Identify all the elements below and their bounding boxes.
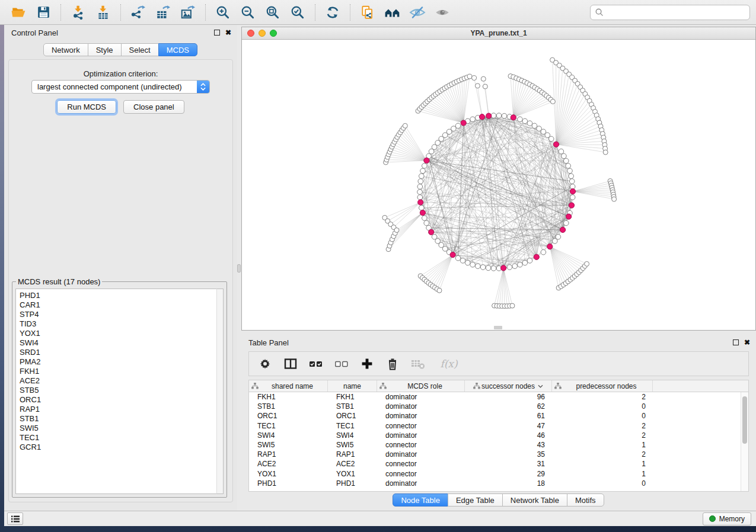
ring-node[interactable] bbox=[562, 153, 567, 159]
leaf-node[interactable] bbox=[467, 74, 472, 79]
ring-node[interactable] bbox=[569, 174, 574, 179]
leaf-node[interactable] bbox=[481, 76, 486, 81]
ring-node[interactable] bbox=[460, 258, 465, 264]
ring-node[interactable] bbox=[512, 264, 518, 269]
mcds-result-item[interactable]: TID3 bbox=[20, 319, 216, 329]
zoom-in-button[interactable] bbox=[213, 2, 233, 23]
ring-node[interactable] bbox=[537, 126, 542, 132]
mcds-result-item[interactable]: PMA2 bbox=[20, 357, 216, 367]
table-row[interactable]: RAP1RAP1dominator352 bbox=[249, 450, 748, 459]
table-row[interactable]: TEC1TEC1connector472 bbox=[249, 421, 748, 431]
ring-node[interactable] bbox=[559, 149, 564, 154]
mcds-result-item[interactable]: STB1 bbox=[20, 414, 216, 424]
mcds-result-item[interactable]: ORC1 bbox=[20, 395, 216, 405]
save-session-button[interactable] bbox=[33, 2, 53, 23]
ring-node[interactable] bbox=[570, 195, 575, 200]
ring-node[interactable] bbox=[465, 260, 470, 265]
split-divider[interactable] bbox=[237, 25, 241, 511]
mcds-result-item[interactable]: PHD1 bbox=[20, 291, 216, 300]
ring-node[interactable] bbox=[417, 195, 423, 200]
tab-network-table[interactable]: Network Table bbox=[502, 493, 567, 507]
export-table-button[interactable] bbox=[153, 2, 173, 23]
divider-handle[interactable] bbox=[237, 264, 241, 273]
ring-node[interactable] bbox=[541, 249, 546, 255]
search-input[interactable] bbox=[607, 8, 745, 17]
mcds-hub-node[interactable] bbox=[569, 203, 574, 208]
ring-node[interactable] bbox=[518, 117, 523, 122]
table-row[interactable]: YOX1YOX1connector291 bbox=[249, 469, 748, 479]
ring-node[interactable] bbox=[432, 145, 437, 150]
zoom-selected-button[interactable] bbox=[288, 2, 308, 23]
ring-node[interactable] bbox=[432, 235, 437, 240]
mcds-hub-node[interactable] bbox=[511, 115, 516, 120]
ring-node[interactable] bbox=[455, 255, 461, 261]
mcds-hub-node[interactable] bbox=[420, 210, 425, 216]
mcds-result-item[interactable]: YOX1 bbox=[20, 329, 216, 338]
import-network-button[interactable] bbox=[68, 2, 88, 23]
show-panel-list-button[interactable] bbox=[7, 512, 23, 525]
table-vscrollbar[interactable] bbox=[741, 392, 748, 491]
mcds-result-item[interactable]: GCR1 bbox=[20, 443, 216, 452]
ring-node[interactable] bbox=[422, 164, 428, 169]
table-vscrollbar-thumb[interactable] bbox=[742, 396, 747, 444]
ring-node[interactable] bbox=[522, 118, 528, 124]
mcds-result-item[interactable]: STP4 bbox=[20, 310, 216, 319]
ring-node[interactable] bbox=[429, 149, 434, 154]
ring-node[interactable] bbox=[491, 113, 496, 118]
mcds-hub-node[interactable] bbox=[566, 214, 572, 219]
ring-node[interactable] bbox=[556, 235, 561, 240]
ring-node[interactable] bbox=[567, 168, 573, 174]
ring-node[interactable] bbox=[486, 265, 491, 271]
leaf-node[interactable] bbox=[585, 261, 589, 266]
table-row[interactable]: FKH1FKH1dominator962 bbox=[249, 392, 748, 402]
ring-node[interactable] bbox=[502, 113, 507, 118]
ring-node[interactable] bbox=[496, 113, 502, 118]
mcds-result-item[interactable]: SRD1 bbox=[20, 348, 216, 357]
first-neighbors-button[interactable] bbox=[382, 2, 403, 23]
show-column-button[interactable] bbox=[283, 355, 298, 372]
tab-edge-table[interactable]: Edge Table bbox=[448, 493, 503, 507]
mcds-hub-node[interactable] bbox=[553, 142, 559, 147]
ring-node[interactable] bbox=[420, 168, 426, 174]
leaf-node[interactable] bbox=[603, 150, 608, 155]
ring-node[interactable] bbox=[566, 164, 571, 169]
ring-node[interactable] bbox=[451, 126, 457, 132]
ring-node[interactable] bbox=[446, 129, 452, 134]
mcds-result-item[interactable]: SWI5 bbox=[20, 424, 216, 433]
mcds-result-item[interactable]: CAR1 bbox=[20, 300, 216, 310]
leaf-node[interactable] bbox=[510, 303, 515, 308]
mcds-hub-node[interactable] bbox=[424, 158, 429, 163]
ring-node[interactable] bbox=[564, 158, 569, 164]
ring-node[interactable] bbox=[553, 239, 558, 244]
leaf-node[interactable] bbox=[612, 197, 617, 201]
mcds-result-item[interactable]: TEC1 bbox=[20, 433, 216, 443]
column-header-predecessor-nodes[interactable]: predecessor nodes bbox=[552, 380, 653, 392]
ring-node[interactable] bbox=[480, 265, 486, 270]
float-panel-icon[interactable] bbox=[214, 30, 220, 36]
mcds-hub-node[interactable] bbox=[486, 113, 492, 118]
leaf-node[interactable] bbox=[394, 228, 399, 233]
table-row[interactable]: PHD1PHD1dominator180 bbox=[249, 479, 748, 488]
ring-node[interactable] bbox=[417, 190, 423, 195]
delete-column-button[interactable] bbox=[385, 355, 400, 372]
ring-node[interactable] bbox=[424, 220, 429, 226]
mcds-hub-node[interactable] bbox=[450, 252, 455, 258]
mcds-result-item[interactable]: STB5 bbox=[20, 386, 216, 395]
tab-mcds[interactable]: MCDS bbox=[158, 43, 197, 56]
close-panel-icon[interactable]: ✖ bbox=[225, 30, 231, 36]
ring-node[interactable] bbox=[419, 174, 425, 179]
mcds-hub-node[interactable] bbox=[560, 227, 566, 232]
zoom-out-button[interactable] bbox=[238, 2, 258, 23]
tab-style[interactable]: Style bbox=[88, 43, 122, 56]
leaf-node[interactable] bbox=[550, 99, 555, 104]
ring-node[interactable] bbox=[532, 123, 537, 129]
column-header-mcds-role[interactable]: MCDS role bbox=[377, 380, 465, 392]
function-builder-button[interactable]: f(x) bbox=[436, 355, 462, 372]
ring-node[interactable] bbox=[470, 117, 476, 122]
mcds-result-item[interactable]: SWI4 bbox=[20, 338, 216, 348]
network-canvas[interactable] bbox=[242, 40, 755, 330]
create-column-button[interactable] bbox=[359, 355, 375, 372]
mcds-result-item[interactable]: RAP1 bbox=[20, 405, 216, 414]
refresh-button[interactable] bbox=[323, 2, 343, 23]
table-row[interactable]: SWI4SWI4dominator462 bbox=[249, 431, 748, 440]
